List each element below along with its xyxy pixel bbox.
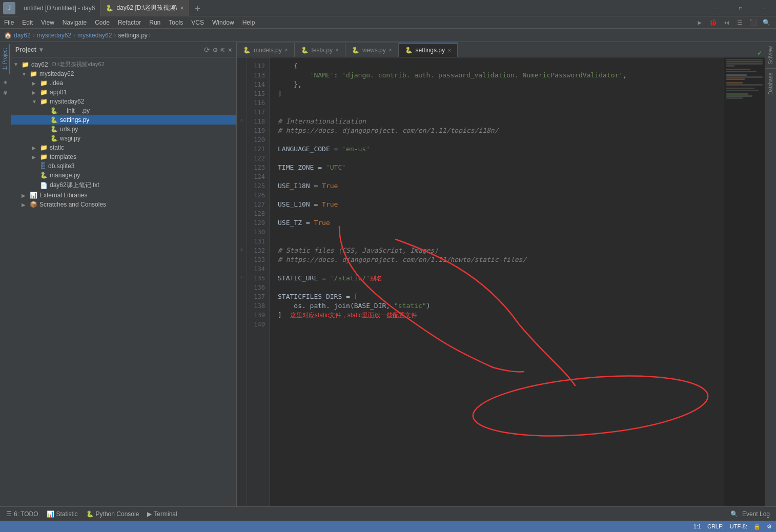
folder-icon-mysiteday62-sub: 📁 [40, 98, 48, 105]
code-content[interactable]: { 'NAME': 'django. contrib. auth. passwo… [270, 57, 724, 506]
menu-edit[interactable]: Edit [18, 16, 37, 29]
panel-sync-icon[interactable]: ⟳ [204, 46, 210, 54]
status-right: 1:1 CRLF: UTF-8: 🔒 ⚙ [693, 523, 772, 530]
tab-settings-label: settings.py [416, 47, 445, 54]
debug-button[interactable]: 🐞 [707, 17, 719, 28]
code-line-117 [278, 108, 724, 117]
code-line-131 [278, 237, 724, 246]
code-line-124 [278, 172, 724, 181]
strip-icon2[interactable]: ◉ [2, 88, 10, 96]
strip-icon1[interactable]: ◈ [2, 78, 10, 86]
tree-item-scratches[interactable]: ▶ 📦 Scratches and Consoles [11, 200, 236, 209]
tab-views-close[interactable]: × [389, 47, 392, 53]
tree-item-mysiteday62[interactable]: ▼ 📁 mysiteday62 [11, 69, 236, 78]
sciview-tab[interactable]: SciView [767, 42, 774, 68]
code-line-128 [278, 209, 724, 218]
tab-models-label: models.py [254, 47, 282, 54]
tab-views[interactable]: 🐍 views.py × [345, 43, 399, 57]
toolbar-btn5[interactable]: ⬛ [747, 17, 759, 28]
bc-day62[interactable]: day62 [14, 32, 31, 39]
tree-item-mysiteday62-sub[interactable]: ▼ 📁 mysiteday62 [11, 97, 236, 106]
tree-item-idea[interactable]: ▶ 📁 .idea [11, 78, 236, 88]
tree-label-static: static [50, 144, 64, 151]
main-layout: 1: Project ◈ ◉ Project ▼ ⟳ ⚙ ⇱ × ▼ [0, 42, 776, 506]
tree-item-urls[interactable]: 🐍 urls.py [11, 125, 236, 134]
search-everywhere-button[interactable]: 🔍 [761, 17, 772, 28]
database-tab[interactable]: Database [767, 69, 774, 99]
menu-file[interactable]: File [0, 16, 18, 29]
tree-label-templates: templates [50, 153, 76, 160]
tree-item-wsgi[interactable]: 🐍 wsgi.py [11, 134, 236, 143]
ln-115: 115 [247, 89, 269, 98]
tree-item-db[interactable]: 🗄 db.sqlite3 [11, 161, 236, 171]
tab-models-close[interactable]: × [285, 47, 288, 53]
code-line-129: USE_TZ = True [278, 218, 724, 228]
project-strip-tab[interactable]: 1: Project [1, 44, 10, 74]
tab-models[interactable]: 🐍 models.py × [237, 43, 295, 57]
panel-gear-icon[interactable]: ⚙ [213, 46, 217, 54]
code-line-126 [278, 191, 724, 200]
validation-area: ✓ [754, 49, 765, 57]
bc-settings[interactable]: settings.py [118, 32, 147, 39]
bc-mysiteday62-1[interactable]: mysiteday62 [37, 32, 71, 39]
tab-settings[interactable]: 🐍 settings.py × [399, 43, 458, 57]
code-line-127: USE_L10N = True [278, 200, 724, 209]
tree-item-day62[interactable]: ▼ 📁 day62 D:\老男孩视频\day62 [11, 59, 236, 69]
menu-window[interactable]: Window [208, 16, 238, 29]
ln-134: 134 [247, 264, 269, 274]
bc-mysiteday62-2[interactable]: mysiteday62 [77, 32, 112, 39]
tab-tests[interactable]: 🐍 tests.py × [295, 43, 345, 57]
maximize-button[interactable]: ☐ [729, 0, 752, 16]
tree-item-init[interactable]: 🐍 __init__.py [11, 106, 236, 115]
code-line-134 [278, 264, 724, 274]
arrow-scratches: ▶ [22, 202, 30, 208]
todo-button[interactable]: ☰ 6: TODO [2, 508, 43, 520]
menu-run[interactable]: Run [145, 16, 165, 29]
panel-expand-icon[interactable]: ⇱ [220, 46, 224, 54]
tree-item-static[interactable]: ▶ 📁 static [11, 143, 236, 152]
title-tab-1[interactable]: untitled [D:\untitled] - day6 [18, 0, 100, 16]
tree-item-manage[interactable]: 🐍 manage.py [11, 171, 236, 180]
python-console-label: Python Console [96, 510, 139, 518]
menu-refactor[interactable]: Refactor [114, 16, 145, 29]
tree-label-urls: urls.py [60, 126, 78, 133]
mm-line13 [726, 90, 759, 91]
run-button[interactable]: ▶ [694, 17, 705, 28]
title-tabs: untitled [D:\untitled] - day6 🐍 day62 [D… [18, 0, 206, 16]
mm-line10 [726, 82, 743, 84]
panel-dropdown-icon[interactable]: ▼ [39, 46, 43, 53]
menu-code[interactable]: Code [91, 16, 114, 29]
tab-tests-icon: 🐍 [301, 47, 309, 54]
tab-tests-close[interactable]: × [336, 47, 339, 53]
todo-icon: ☰ [6, 510, 12, 518]
menu-tools[interactable]: Tools [165, 16, 187, 29]
mm-line5 [726, 69, 750, 70]
minimize-button[interactable]: — [705, 0, 729, 16]
close-button[interactable]: — [752, 0, 776, 16]
new-tab-button[interactable]: + [189, 0, 206, 16]
terminal-button[interactable]: ▶ Terminal [143, 508, 181, 520]
menu-help[interactable]: Help [238, 16, 259, 29]
tree-item-templates[interactable]: ▶ 📁 templates [11, 152, 236, 161]
tree-item-ext-libs[interactable]: ▶ 📊 External Libraries [11, 191, 236, 200]
menu-navigate[interactable]: Navigate [58, 16, 91, 29]
toolbar-btn3[interactable]: ⏮ [721, 17, 732, 28]
tab-settings-close[interactable]: × [448, 48, 451, 53]
tab-views-label: views.py [362, 47, 386, 54]
tree-item-app01[interactable]: ▶ 📁 app01 [11, 88, 236, 97]
tree-item-settings[interactable]: 🐍 settings.py [11, 115, 236, 125]
menu-view[interactable]: View [37, 16, 58, 29]
arrow-day62: ▼ [13, 62, 22, 67]
panel-close-icon[interactable]: × [228, 46, 232, 54]
editor-area: 🐍 models.py × 🐍 tests.py × 🐍 views.py × … [237, 42, 765, 506]
toolbar-btn4[interactable]: ☰ [734, 17, 745, 28]
tree-item-notes[interactable]: 📄 day62课上笔记.txt [11, 180, 236, 191]
statistic-button[interactable]: 📊 Statistic [43, 508, 82, 520]
title-tab-2-close[interactable]: × [180, 5, 183, 12]
mm-line14 [726, 93, 748, 95]
title-tab-2[interactable]: 🐍 day62 [D:\老男孩视频\ × [100, 0, 189, 16]
python-console-button[interactable]: 🐍 Python Console [82, 508, 144, 520]
menu-vcs[interactable]: VCS [187, 16, 208, 29]
ln-137: 137 [247, 292, 269, 301]
encoding: UTF-8: [730, 523, 747, 529]
